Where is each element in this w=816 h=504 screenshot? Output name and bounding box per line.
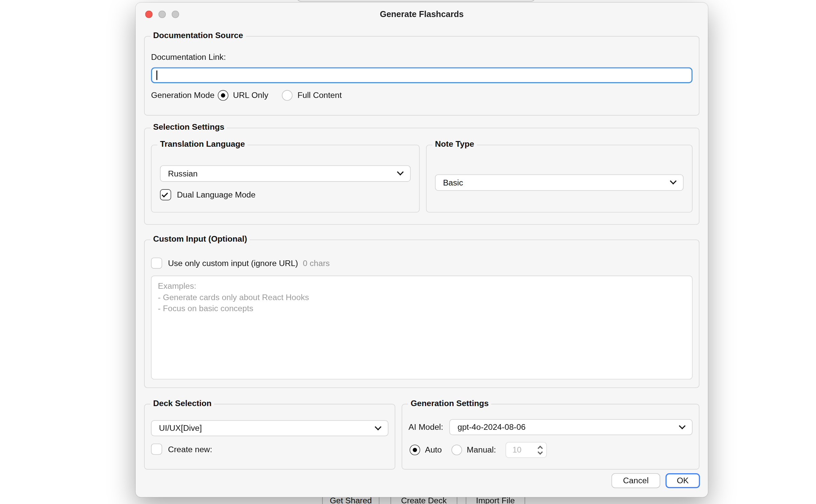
generation-settings-group: Generation Settings AI Model: gpt-4o-202… [402, 404, 699, 470]
documentation-source-group: Documentation Source Documentation Link:… [144, 36, 699, 116]
custom-input-check-row: Use only custom input (ignore URL) 0 cha… [151, 258, 693, 269]
auto-count-radio[interactable] [410, 445, 420, 455]
ai-model-value: gpt-4o-2024-08-06 [457, 422, 526, 432]
create-new-label[interactable]: Create new: [168, 445, 213, 454]
ai-model-select[interactable]: gpt-4o-2024-08-06 [449, 419, 692, 435]
chevron-down-icon [397, 169, 404, 175]
checkmark-icon [162, 191, 168, 197]
translation-language-select[interactable]: Russian [160, 165, 411, 182]
ai-model-row: AI Model: gpt-4o-2024-08-06 [409, 419, 693, 435]
background-toolbar-sliver [297, 0, 535, 2]
close-window-icon[interactable] [145, 11, 152, 18]
deck-selection-legend: Deck Selection [150, 398, 214, 408]
custom-input-textarea[interactable] [151, 276, 693, 380]
dual-language-row: Dual Language Mode [160, 189, 411, 200]
create-new-checkbox[interactable] [151, 444, 162, 455]
dialog-content: Documentation Source Documentation Link:… [136, 36, 708, 470]
generation-mode-row: Generation Mode URL Only Full Content [151, 90, 693, 101]
cancel-button[interactable]: Cancel [611, 473, 660, 488]
dual-language-label[interactable]: Dual Language Mode [177, 190, 256, 200]
text-caret [156, 71, 157, 80]
auto-count-label[interactable]: Auto [425, 445, 442, 455]
radio-dot-icon [221, 93, 225, 98]
dual-language-checkbox[interactable] [160, 189, 171, 200]
full-content-radio[interactable] [282, 90, 293, 101]
note-type-group: Note Type Basic [426, 145, 693, 213]
url-only-radio[interactable] [218, 90, 228, 101]
selection-settings-group: Selection Settings Translation Language … [144, 128, 699, 225]
ai-model-label: AI Model: [409, 422, 443, 432]
manual-count-radio[interactable] [451, 445, 462, 455]
note-type-select[interactable]: Basic [435, 174, 684, 191]
radio-dot-icon [413, 448, 417, 452]
use-custom-input-checkbox[interactable] [151, 258, 162, 269]
documentation-source-legend: Documentation Source [150, 31, 246, 40]
dialog-title: Generate Flashcards [380, 10, 464, 19]
generate-flashcards-dialog: Generate Flashcards Documentation Source… [136, 3, 708, 497]
dialog-actions: Cancel OK [611, 473, 700, 488]
documentation-link-label: Documentation Link: [151, 52, 693, 62]
selection-settings-legend: Selection Settings [150, 122, 227, 132]
card-count-row: Auto Manual: 10 [410, 442, 693, 458]
generation-settings-legend: Generation Settings [408, 398, 491, 408]
manual-count-value: 10 [512, 445, 521, 455]
custom-input-legend: Custom Input (Optional) [150, 234, 250, 244]
custom-input-group: Custom Input (Optional) Use only custom … [144, 240, 699, 388]
spinner-down-icon[interactable] [538, 449, 543, 455]
url-only-label[interactable]: URL Only [233, 91, 268, 100]
desktop: Get Shared Create Deck Import File Gener… [0, 0, 816, 504]
char-count: 0 chars [303, 258, 330, 268]
ok-button[interactable]: OK [666, 473, 700, 488]
use-custom-input-label[interactable]: Use only custom input (ignore URL) [168, 258, 298, 268]
chevron-down-icon [375, 423, 381, 430]
chevron-down-icon [679, 422, 685, 429]
deck-select-value: UI/UX[Dive] [159, 423, 202, 433]
note-type-value: Basic [443, 178, 463, 187]
spinner-arrows[interactable] [538, 446, 542, 455]
chevron-down-icon [670, 178, 677, 184]
full-content-label[interactable]: Full Content [297, 91, 342, 100]
minimize-window-icon[interactable] [158, 11, 166, 18]
translation-language-value: Russian [168, 169, 198, 178]
deck-select[interactable]: UI/UX[Dive] [151, 420, 388, 436]
window-controls [145, 3, 179, 26]
selection-subboxes: Translation Language Russian Dual Langua… [145, 145, 699, 213]
translation-language-legend: Translation Language [157, 139, 248, 149]
bottom-groups-row: Deck Selection UI/UX[Dive] Create new: G… [144, 404, 699, 470]
deck-selection-group: Deck Selection UI/UX[Dive] Create new: [144, 404, 395, 470]
create-new-row: Create new: [151, 444, 388, 455]
translation-language-group: Translation Language Russian Dual Langua… [151, 145, 420, 213]
manual-count-label[interactable]: Manual: [467, 445, 496, 455]
manual-count-spinner[interactable]: 10 [506, 442, 547, 458]
note-type-legend: Note Type [432, 139, 477, 149]
documentation-link-input[interactable] [151, 67, 693, 83]
titlebar: Generate Flashcards [136, 3, 708, 26]
generation-mode-label: Generation Mode [151, 91, 215, 100]
zoom-window-icon[interactable] [172, 11, 179, 18]
